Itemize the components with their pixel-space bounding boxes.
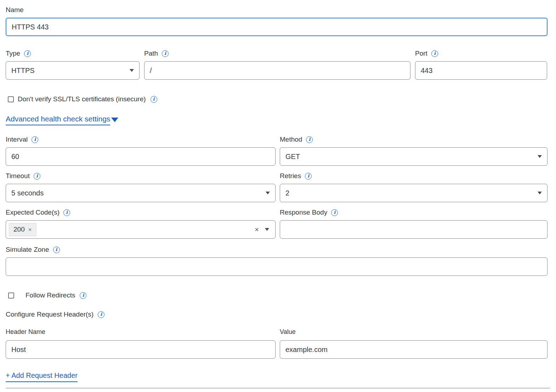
follow-redirects-checkbox[interactable] (8, 292, 14, 299)
multiselect-controls: × (255, 226, 269, 233)
path-field: Path (144, 49, 410, 80)
chevron-down-icon (538, 192, 542, 194)
follow-redirects-label: Follow Redirects (25, 291, 75, 299)
section-divider (6, 388, 550, 388)
verify-ssl-checkbox[interactable] (8, 96, 14, 102)
header-value-label: Value (280, 328, 296, 336)
interval-label: Interval (6, 135, 28, 144)
advanced-settings-row: Advanced health check settings (6, 114, 548, 126)
type-select-value: HTTPS (11, 67, 35, 75)
name-input[interactable] (6, 18, 548, 36)
port-field: Port (415, 49, 547, 80)
timeout-label: Timeout (6, 172, 30, 180)
type-path-port-row: Type HTTPS Path Port (6, 49, 548, 80)
advanced-settings-link[interactable]: Advanced health check settings (6, 115, 110, 125)
port-info-icon[interactable] (431, 50, 438, 57)
chevron-down-icon (130, 69, 134, 72)
follow-redirects-info-icon[interactable] (80, 292, 86, 299)
chevron-down-icon[interactable] (265, 228, 269, 231)
simulate-zone-label: Simulate Zone (6, 245, 49, 254)
add-header-row: + Add Request Header (6, 371, 548, 382)
type-info-icon[interactable] (24, 50, 31, 57)
interval-input[interactable] (6, 147, 276, 166)
interval-field: Interval (6, 135, 276, 166)
retries-select[interactable]: 2 (280, 184, 548, 202)
expected-codes-label: Expected Code(s) (6, 208, 59, 217)
timeout-select[interactable]: 5 seconds (6, 184, 276, 202)
configure-headers-row: Configure Request Header(s) (6, 310, 548, 319)
advanced-settings-grid: Interval Method GET Timeout 5 seconds (6, 135, 548, 239)
type-field: Type HTTPS (6, 49, 140, 80)
simulate-zone-input[interactable] (6, 257, 548, 276)
verify-ssl-info-icon[interactable] (151, 96, 157, 103)
remove-tag-icon[interactable]: × (28, 227, 32, 233)
health-check-form: Name Type HTTPS Path Port (0, 0, 556, 388)
configure-headers-info-icon[interactable] (98, 311, 104, 318)
request-header-row: Header Name Value (6, 328, 548, 359)
method-select[interactable]: GET (280, 147, 548, 166)
expected-code-tag-text: 200 (13, 226, 25, 233)
follow-redirects-row: Follow Redirects (6, 291, 548, 299)
header-name-field: Header Name (6, 328, 276, 359)
method-field: Method GET (280, 135, 548, 166)
response-body-info-icon[interactable] (331, 209, 338, 216)
port-input[interactable] (415, 61, 547, 80)
name-label: Name (6, 6, 24, 14)
verify-ssl-label: Don't verify SSL/TLS certificates (insec… (18, 95, 146, 103)
type-label: Type (6, 49, 20, 58)
expected-codes-multiselect[interactable]: 200 × × (6, 220, 276, 239)
response-body-label: Response Body (280, 208, 327, 217)
name-field: Name (6, 6, 548, 36)
method-select-value: GET (285, 153, 300, 161)
path-label: Path (144, 49, 158, 58)
retries-info-icon[interactable] (305, 173, 312, 180)
chevron-down-icon (538, 155, 542, 158)
timeout-field: Timeout 5 seconds (6, 171, 276, 202)
verify-ssl-row: Don't verify SSL/TLS certificates (insec… (6, 95, 548, 103)
type-select[interactable]: HTTPS (6, 61, 140, 80)
add-request-header-link[interactable]: + Add Request Header (6, 371, 78, 382)
timeout-info-icon[interactable] (34, 173, 40, 180)
path-info-icon[interactable] (162, 50, 169, 57)
response-body-input[interactable] (280, 220, 548, 239)
method-info-icon[interactable] (306, 136, 313, 143)
simulate-zone-info-icon[interactable] (53, 246, 60, 253)
header-name-input[interactable] (6, 340, 276, 359)
expected-codes-info-icon[interactable] (63, 209, 70, 216)
configure-headers-label: Configure Request Header(s) (6, 310, 93, 319)
method-label: Method (280, 135, 302, 144)
header-value-input[interactable] (280, 340, 548, 359)
simulate-zone-field: Simulate Zone (6, 245, 548, 276)
port-label: Port (415, 49, 427, 58)
expected-code-tag: 200 × (9, 223, 36, 236)
chevron-down-icon (266, 192, 270, 194)
retries-label: Retries (280, 172, 301, 180)
interval-info-icon[interactable] (32, 136, 38, 143)
path-input[interactable] (144, 61, 410, 80)
expected-codes-field: Expected Code(s) 200 × × (6, 208, 276, 239)
response-body-field: Response Body (280, 208, 548, 239)
clear-selection-icon[interactable]: × (255, 226, 259, 233)
retries-select-value: 2 (285, 189, 289, 197)
caret-down-icon[interactable] (111, 118, 118, 122)
retries-field: Retries 2 (280, 171, 548, 202)
timeout-select-value: 5 seconds (11, 189, 44, 197)
header-value-field: Value (280, 328, 548, 359)
header-name-label: Header Name (6, 328, 45, 336)
